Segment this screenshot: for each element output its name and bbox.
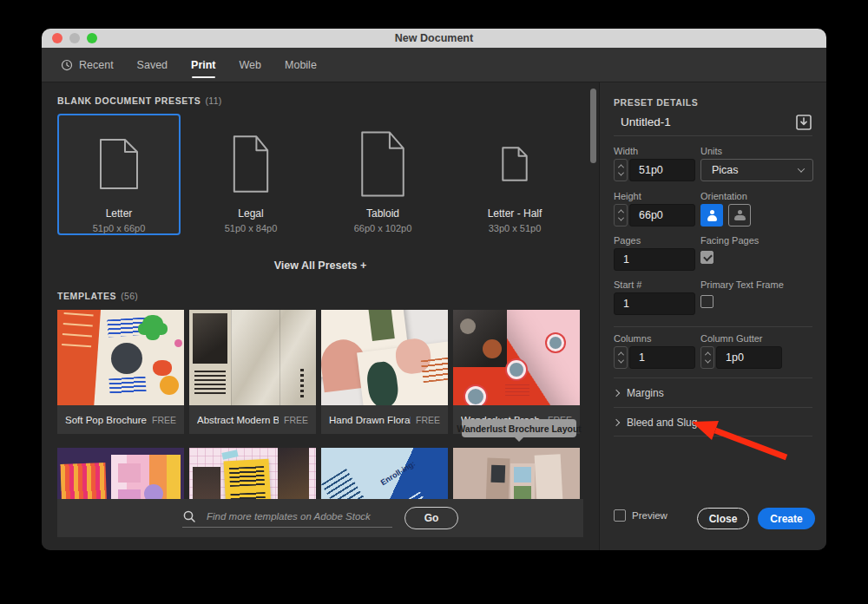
tab-web-label: Web (240, 59, 261, 71)
art-shape (278, 448, 309, 499)
columns-field[interactable]: 1 (629, 346, 695, 369)
art-shape (193, 467, 220, 499)
preset-name: Letter (106, 207, 133, 220)
presets-and-templates-area: BLANK DOCUMENT PRESETS(11) Letter 51p0 x… (42, 82, 599, 550)
save-preset-icon[interactable] (795, 114, 812, 131)
category-tabs: Recent Saved Print Web Mobile (42, 48, 826, 82)
chevron-right-icon (613, 390, 620, 397)
traffic-lights (52, 29, 97, 48)
chevron-right-icon (613, 419, 620, 426)
width-field[interactable]: 51p0 (629, 159, 695, 181)
art-shape (231, 310, 232, 405)
preset-legal[interactable]: Legal 51p0 x 84p0 (189, 114, 312, 235)
window-title: New Document (42, 32, 826, 44)
tab-print-label: Print (191, 59, 215, 71)
pages-field[interactable]: 1 (614, 248, 695, 271)
art-shape (514, 486, 531, 499)
facing-pages-checkbox[interactable] (700, 251, 713, 264)
bleed-and-slug-section-toggle[interactable]: Bleed and Slug (614, 417, 697, 429)
tab-print[interactable]: Print (191, 48, 215, 82)
preset-letter[interactable]: Letter 51p0 x 66p0 (57, 114, 181, 235)
divider (614, 436, 812, 437)
free-badge: FREE (279, 415, 308, 425)
orientation-buttons (700, 204, 813, 226)
preset-details-title: PRESET DETAILS (614, 97, 698, 108)
primary-text-frame-checkbox[interactable] (700, 295, 713, 308)
margins-section-toggle[interactable]: Margins (614, 387, 664, 399)
columns-stepper: 1 (614, 346, 695, 369)
close-window-button[interactable] (52, 33, 62, 43)
templates-heading: TEMPLATES(56) (57, 291, 138, 301)
preset-row: Letter 51p0 x 66p0 Legal 51p0 x 84p0 (57, 114, 576, 235)
stock-search-input[interactable]: Find more templates on Adobe Stock (182, 509, 392, 528)
template-thumbnail[interactable] (189, 448, 316, 499)
template-wanderlust[interactable]: Wanderlust Broch... FREE (453, 310, 580, 434)
preset-letter-half[interactable]: Letter - Half 33p0 x 51p0 (453, 114, 576, 235)
tab-mobile[interactable]: Mobile (285, 48, 317, 82)
preset-dims: 51p0 x 66p0 (93, 223, 146, 233)
minimize-window-button[interactable] (69, 33, 80, 43)
art-shape (514, 467, 531, 483)
preset-tabloid[interactable]: Tabloid 66p0 x 102p0 (321, 114, 444, 235)
height-stepper: 66p0 (614, 204, 695, 226)
columns-label: Columns (614, 333, 695, 344)
preview-toggle[interactable]: Preview (614, 509, 667, 522)
adobe-stock-search-bar: Find more templates on Adobe Stock Go (57, 499, 583, 537)
width-stepper: 51p0 (614, 159, 695, 181)
stepper-buttons[interactable] (614, 346, 628, 369)
stepper-buttons[interactable] (614, 204, 628, 226)
template-thumbnail[interactable]: POP UP (57, 448, 184, 499)
landscape-icon (734, 210, 746, 220)
template-thumbnail[interactable] (57, 310, 184, 405)
art-shape (111, 455, 181, 499)
bleed-and-slug-label: Bleed and Slug (627, 417, 697, 429)
template-thumbnail[interactable]: Enroll-ing: (321, 448, 448, 499)
stepper-buttons[interactable] (614, 159, 628, 181)
art-shape (368, 310, 395, 341)
height-field[interactable]: 66p0 (629, 204, 695, 226)
tab-saved[interactable]: Saved (137, 48, 168, 82)
art-shape (160, 376, 179, 395)
preview-checkbox[interactable] (614, 509, 626, 522)
document-name-input[interactable]: Untitled-1 (621, 115, 671, 128)
art-shape (398, 491, 433, 499)
art-shape (153, 360, 172, 376)
art-shape (279, 310, 280, 405)
tab-recent[interactable]: Recent (61, 48, 114, 82)
free-badge: FREE (411, 415, 440, 425)
view-all-presets-link[interactable]: View All Presets + (42, 259, 599, 272)
go-button[interactable]: Go (404, 507, 458, 529)
units-dropdown[interactable]: Picas (700, 159, 813, 181)
close-button[interactable]: Close (697, 508, 749, 529)
template-thumbnail[interactable] (189, 310, 316, 405)
tab-saved-label: Saved (137, 59, 168, 71)
template-caption: Hand Drawn Floral B... FREE (321, 405, 448, 434)
template-hand-drawn-floral[interactable]: Hand Drawn Floral B... FREE (321, 310, 448, 434)
template-thumbnail[interactable] (453, 310, 580, 405)
template-thumbnail[interactable] (321, 310, 448, 405)
orientation-landscape-button[interactable] (728, 204, 751, 226)
zoom-window-button[interactable] (87, 33, 97, 43)
template-thumbnail[interactable] (453, 448, 580, 499)
document-icon (99, 124, 139, 204)
art-shape (57, 310, 101, 405)
template-abstract-modern[interactable]: Abstract Modern Bro... FREE (189, 310, 316, 434)
clock-icon (61, 59, 73, 71)
orientation-label: Orientation (700, 191, 813, 201)
art-shape (483, 339, 502, 358)
create-button[interactable]: Create (758, 508, 815, 529)
art-shape (505, 384, 529, 397)
art-shape (221, 450, 238, 460)
margins-label: Margins (627, 387, 664, 399)
art-shape (142, 315, 163, 334)
art-shape (107, 317, 146, 337)
orientation-portrait-button[interactable] (700, 204, 723, 226)
tab-mobile-label: Mobile (285, 59, 317, 71)
scrollbar-thumb[interactable] (590, 89, 596, 163)
template-soft-pop[interactable]: Soft Pop Brochure La... FREE (57, 310, 184, 434)
art-shape (507, 360, 526, 379)
stepper-buttons[interactable] (700, 346, 714, 369)
start-number-field[interactable]: 1 (614, 292, 695, 315)
column-gutter-field[interactable]: 1p0 (716, 346, 782, 369)
tab-web[interactable]: Web (240, 48, 261, 82)
